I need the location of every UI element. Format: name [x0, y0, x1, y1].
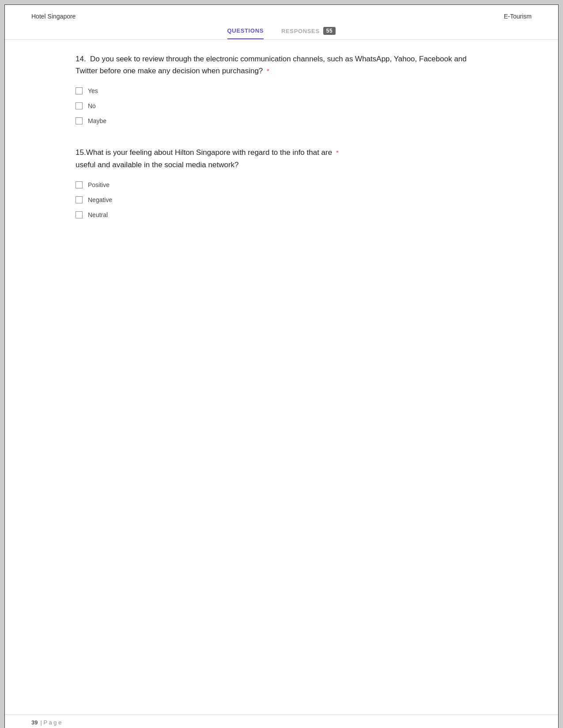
question-15-number: 15.What is your feeling about Hilton Sin…	[76, 148, 332, 157]
checkbox-q15-negative[interactable]	[76, 196, 83, 203]
option-q15-negative[interactable]: Negative	[76, 196, 487, 203]
footer: 39 | P a g e	[5, 714, 558, 728]
option-label-q15-negative: Negative	[88, 196, 112, 203]
question-block-15: 15.What is your feeling about Hilton Sin…	[76, 146, 487, 218]
option-label-q15-positive: Positive	[88, 181, 110, 188]
option-label-q14-no: No	[88, 102, 96, 109]
question-14-options: Yes No Maybe	[76, 87, 487, 124]
question-15-label: 15.What is your feeling about Hilton Sin…	[76, 146, 487, 170]
question-block-14: 14. Do you seek to review through the el…	[76, 53, 487, 124]
question-14-required: *	[267, 67, 269, 75]
footer-page-text: | P a g e	[40, 719, 61, 726]
option-q15-neutral[interactable]: Neutral	[76, 211, 487, 218]
tab-responses[interactable]: RESPONSES 55	[281, 27, 336, 39]
option-label-q15-neutral: Neutral	[88, 211, 108, 218]
responses-badge: 55	[323, 27, 336, 35]
question-14-label: 14. Do you seek to review through the el…	[76, 53, 487, 77]
option-q15-positive[interactable]: Positive	[76, 181, 487, 188]
page: Hotel Singapore E-Tourism QUESTIONS RESP…	[4, 4, 559, 728]
option-q14-yes[interactable]: Yes	[76, 87, 487, 94]
question-15-options: Positive Negative Neutral	[76, 181, 487, 218]
content: 14. Do you seek to review through the el…	[5, 40, 558, 714]
question-15-required: *	[336, 149, 339, 156]
tab-questions[interactable]: QUESTIONS	[227, 27, 264, 39]
footer-page-number: 39	[31, 719, 38, 726]
header-right: E-Tourism	[504, 13, 532, 20]
checkbox-q14-yes[interactable]	[76, 87, 83, 94]
tabs-container: QUESTIONS RESPONSES 55	[5, 23, 558, 40]
question-14-number: 14. Do you seek to review through the el…	[76, 55, 467, 75]
option-label-q14-maybe: Maybe	[88, 117, 106, 124]
checkbox-q14-no[interactable]	[76, 102, 83, 109]
checkbox-q15-positive[interactable]	[76, 181, 83, 188]
option-q14-no[interactable]: No	[76, 102, 487, 109]
option-q14-maybe[interactable]: Maybe	[76, 117, 487, 124]
option-label-q14-yes: Yes	[88, 87, 98, 94]
checkbox-q15-neutral[interactable]	[76, 211, 83, 218]
footer-page: 39 | P a g e	[31, 719, 532, 726]
header-left: Hotel Singapore	[31, 13, 76, 20]
header: Hotel Singapore E-Tourism	[5, 5, 558, 23]
checkbox-q14-maybe[interactable]	[76, 117, 83, 124]
question-15-text-cont: useful and available in the social media…	[76, 161, 239, 169]
